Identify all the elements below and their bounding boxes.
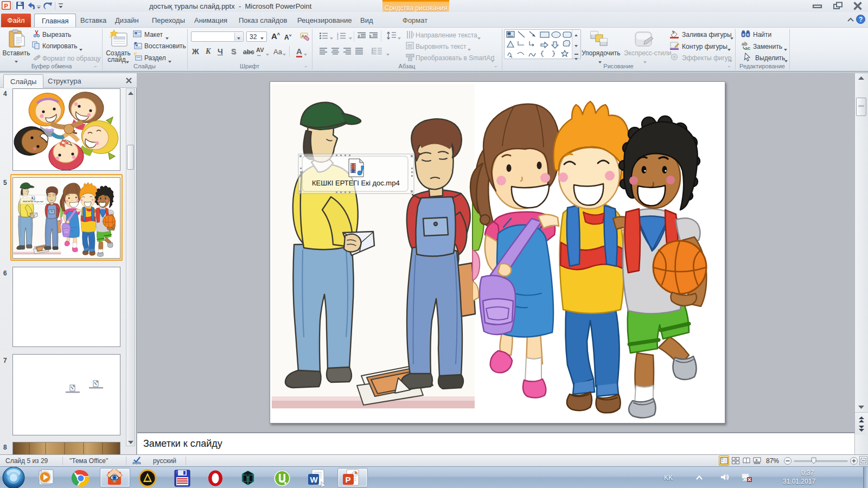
svg-text:P: P	[346, 475, 351, 484]
svg-text:?: ?	[859, 16, 863, 23]
svg-text:3: 3	[337, 37, 339, 40]
svg-text:КЕШКІ ЕРТЕГІ Екі дос.mp4: КЕШКІ ЕРТЕГІ Екі дос.mp4	[312, 179, 400, 187]
svg-text:ac: ac	[745, 46, 750, 50]
svg-text:W: W	[310, 475, 318, 484]
svg-text:P: P	[4, 3, 8, 9]
